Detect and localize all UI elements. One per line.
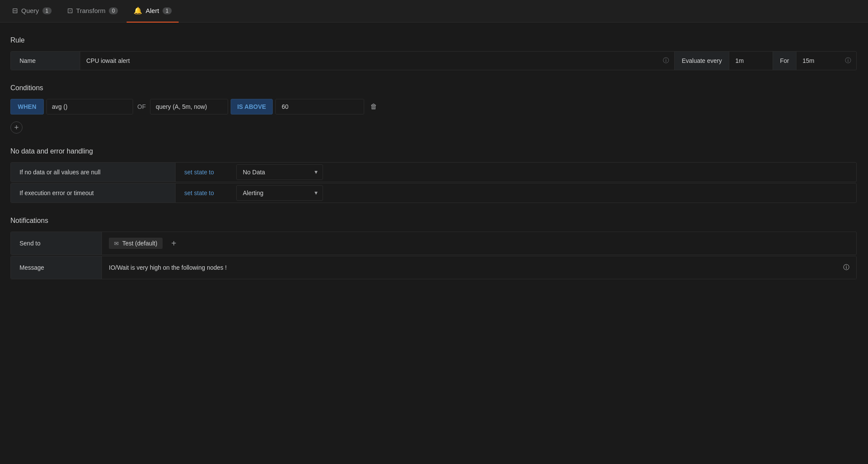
send-to-tag-text: Test (default) xyxy=(122,240,157,247)
tab-alert[interactable]: 🔔 Alert 1 xyxy=(127,0,179,23)
condition-when-button[interactable]: WHEN xyxy=(10,99,44,114)
message-input[interactable] xyxy=(109,264,843,271)
message-info-icon[interactable]: ⓘ xyxy=(843,264,849,271)
notifications-section: Notifications Send to ✉ Test (default) +… xyxy=(10,217,857,279)
error-timeout-state-selector-wrapper: Alerting Keep Last State ▼ xyxy=(236,185,323,201)
send-to-tag[interactable]: ✉ Test (default) xyxy=(109,238,163,249)
delete-condition-button[interactable]: 🗑 xyxy=(367,100,381,113)
send-to-label: Send to xyxy=(11,232,102,255)
conditions-section-title: Conditions xyxy=(10,84,857,92)
condition-func-selector[interactable]: avg () xyxy=(46,99,133,114)
rule-section: Rule Name ⓘ Evaluate every For ⓘ xyxy=(10,36,857,70)
no-data-state-selector-wrapper: No Data Alerting Keep Last State OK ▼ xyxy=(236,164,323,180)
error-timeout-label: If execution error or timeout xyxy=(11,183,176,203)
error-timeout-row: If execution error or timeout set state … xyxy=(10,183,857,203)
evaluate-every-label: Evaluate every xyxy=(674,52,729,70)
evaluate-every-input[interactable] xyxy=(729,52,773,70)
tab-query-badge: 1 xyxy=(42,7,52,14)
send-to-row: Send to ✉ Test (default) + xyxy=(10,232,857,255)
condition-threshold-input[interactable] xyxy=(282,103,358,110)
tab-transform-badge: 0 xyxy=(109,7,118,14)
main-content: Rule Name ⓘ Evaluate every For ⓘ Conditi… xyxy=(0,23,867,304)
tab-transform[interactable]: ⊡ Transform 0 xyxy=(60,0,125,23)
for-info-icon[interactable]: ⓘ xyxy=(840,57,856,65)
add-condition-button[interactable]: + xyxy=(10,121,23,134)
condition-row: WHEN avg () OF query (A, 5m, now) IS ABO… xyxy=(10,99,857,114)
conditions-section: Conditions WHEN avg () OF query (A, 5m, … xyxy=(10,84,857,134)
rule-name-input[interactable] xyxy=(80,52,658,70)
database-icon: ⊟ xyxy=(12,7,18,15)
no-data-set-state-label: set state to xyxy=(176,169,236,176)
tab-alert-label: Alert xyxy=(146,7,159,14)
no-data-section-title: No data and error handling xyxy=(10,147,857,155)
plus-circle-icon: + xyxy=(14,123,19,132)
rule-name-info-icon[interactable]: ⓘ xyxy=(658,57,674,65)
condition-query-selector[interactable]: query (A, 5m, now) xyxy=(150,99,228,114)
tab-alert-badge: 1 xyxy=(163,7,172,14)
condition-comparator-button[interactable]: IS ABOVE xyxy=(231,99,272,114)
error-timeout-state-select[interactable]: Alerting Keep Last State xyxy=(236,185,323,201)
rule-name-label: Name xyxy=(11,52,80,70)
tab-bar: ⊟ Query 1 ⊡ Transform 0 🔔 Alert 1 xyxy=(0,0,868,23)
message-content: ⓘ xyxy=(102,256,856,279)
condition-of-label: OF xyxy=(136,103,147,110)
condition-threshold-input-wrapper xyxy=(275,99,364,114)
tab-transform-label: Transform xyxy=(76,7,106,14)
error-timeout-set-state-label: set state to xyxy=(176,190,236,196)
rule-section-title: Rule xyxy=(10,36,857,44)
add-condition-row: + xyxy=(10,120,857,134)
send-to-content: ✉ Test (default) + xyxy=(102,233,856,254)
trash-icon: 🗑 xyxy=(370,103,377,111)
tab-query-label: Query xyxy=(21,7,39,14)
mail-icon: ✉ xyxy=(114,240,119,247)
for-label: For xyxy=(773,52,796,70)
rule-row: Name ⓘ Evaluate every For ⓘ xyxy=(10,51,857,70)
bell-icon: 🔔 xyxy=(134,7,142,15)
message-label: Message xyxy=(11,256,102,279)
message-row: Message ⓘ xyxy=(10,256,857,279)
for-input[interactable] xyxy=(796,52,840,70)
no-data-row: If no data or all values are null set st… xyxy=(10,162,857,182)
no-data-state-select[interactable]: No Data Alerting Keep Last State OK xyxy=(236,164,323,180)
no-data-section: No data and error handling If no data or… xyxy=(10,147,857,203)
notifications-section-title: Notifications xyxy=(10,217,857,225)
no-data-label: If no data or all values are null xyxy=(11,163,176,182)
add-notif-icon: + xyxy=(171,239,176,248)
transform-icon: ⊡ xyxy=(67,7,73,15)
tab-query[interactable]: ⊟ Query 1 xyxy=(5,0,59,23)
add-send-to-button[interactable]: + xyxy=(168,237,180,250)
